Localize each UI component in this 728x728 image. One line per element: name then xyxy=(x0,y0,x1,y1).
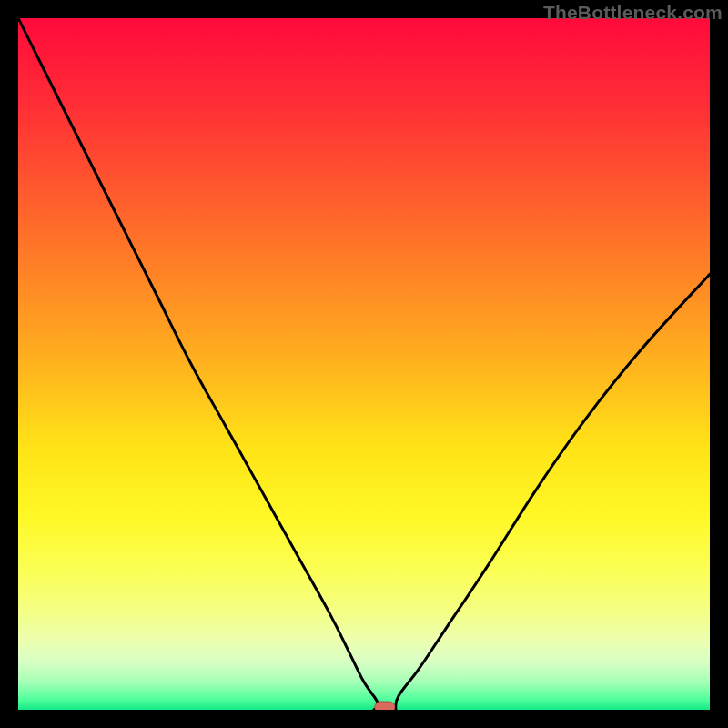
chart-frame: TheBottleneck.com xyxy=(0,0,728,728)
watermark-text: TheBottleneck.com xyxy=(543,2,723,24)
gradient-background xyxy=(18,18,710,710)
optimum-marker xyxy=(375,702,395,710)
bottleneck-plot-svg xyxy=(18,18,710,710)
